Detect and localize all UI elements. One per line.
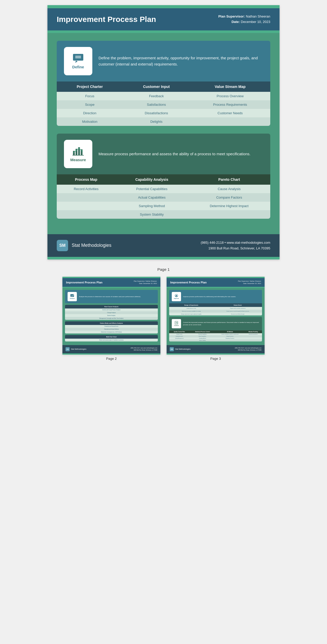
cell: Potential Capabilities bbox=[116, 185, 188, 193]
thumb2-title: Improvement Process Plan bbox=[66, 281, 102, 284]
thumb2-company: Stat Methodologies bbox=[71, 348, 86, 350]
define-description: Define the problem, improvement activity… bbox=[99, 55, 263, 67]
page2-label: Page 2 bbox=[106, 357, 117, 361]
date-label: Date: bbox=[232, 20, 240, 24]
define-label: Define bbox=[72, 65, 84, 69]
cell: Determine Consequences of All Failures bbox=[65, 331, 158, 333]
cell: Satisfactions bbox=[123, 100, 190, 109]
page3-thumbnail-wrap: Improvement Process Plan Plan Supervisor… bbox=[167, 277, 265, 361]
control-section: Control Control the improved process and… bbox=[169, 317, 262, 341]
thumb3-meta: Plan Supervisor: Nathan Sheeran Date: De… bbox=[238, 280, 261, 285]
root-cause-section: Root Cause Analysis Events and Causal Fa… bbox=[65, 305, 158, 320]
table-row: Change Analysis bbox=[65, 311, 158, 314]
table-row: System Stability bbox=[169, 339, 262, 341]
control-table: Quality Control Plan Statistical Process… bbox=[169, 330, 262, 341]
header-meta: Plan Supervisor: Nathan Sheeran Date: De… bbox=[218, 14, 270, 25]
cell bbox=[215, 339, 244, 341]
control-col3: 5S Method bbox=[215, 330, 244, 333]
table-row: Detect and assess types of variation in … bbox=[65, 339, 158, 341]
table-row: Focus Feedback Process Overview bbox=[57, 92, 270, 100]
cell bbox=[244, 335, 262, 337]
thumb3-title: Improvement Process Plan bbox=[170, 281, 207, 284]
table-row: Quality Management Sampling Method Regul… bbox=[169, 337, 262, 339]
table-row: Design experiment to give optimized insi… bbox=[169, 313, 262, 315]
table-row: Scope Satisfactions Process Requirements bbox=[57, 100, 270, 109]
svg-rect-16 bbox=[175, 296, 178, 296]
measure-col3-header: Pareto Chart bbox=[188, 174, 270, 185]
control-col1: Quality Control Plan bbox=[169, 330, 190, 333]
cell: Potential and Actual Defects bbox=[65, 328, 158, 331]
cell: Determine procedures bbox=[244, 333, 262, 335]
table-row: Record Activities Potential Capabilities… bbox=[57, 185, 270, 193]
footer-address: 1900 Bull Run Road, Schriever, LA 70395 bbox=[208, 246, 270, 250]
root-cause-title: Root Cause Analysis bbox=[65, 305, 158, 308]
cell: System Stability bbox=[116, 210, 188, 219]
thumb2-meta: Plan Supervisor: Nathan Sheeran Date: De… bbox=[134, 280, 157, 285]
improve-section: Improve Improve process performance by a… bbox=[169, 290, 262, 315]
table-row: Motivation Delights bbox=[57, 117, 270, 126]
supervisor-label: Plan Supervisor: bbox=[218, 14, 245, 18]
multi-vari-title: Multi-Vari Chart bbox=[65, 335, 158, 339]
cell: Focus bbox=[57, 92, 123, 100]
cell: Dissatisfactions bbox=[123, 109, 190, 117]
control-col2: Statistical Process Control bbox=[190, 330, 216, 333]
improve-col1: Design of Experiments bbox=[169, 303, 213, 307]
analyze-label: Analyze bbox=[70, 298, 75, 299]
cell: Process Overview bbox=[190, 92, 270, 100]
measure-intro: Measure Measure process performance and … bbox=[57, 134, 270, 174]
control-label: Control bbox=[174, 325, 179, 326]
define-col2-header: Customer Input bbox=[123, 81, 190, 92]
cell: System Stability bbox=[190, 339, 216, 341]
define-col3-header: Value Stream Map bbox=[190, 81, 270, 92]
fmea-table: Potential and Actual Errors Potential an… bbox=[65, 325, 158, 333]
svg-rect-1 bbox=[73, 54, 83, 61]
thumb3-logo: SM bbox=[170, 347, 174, 351]
footer-phone: (985) 446-2118 bbox=[201, 241, 224, 244]
cell: Quality Control bbox=[169, 333, 190, 335]
cell: Actual Capabilities bbox=[116, 193, 188, 202]
cell: Compare Factors bbox=[188, 193, 270, 202]
footer-contact: (985) 446-2118 • www.stat-methodologies.… bbox=[201, 240, 270, 251]
cell: Potential and Actual Errors bbox=[65, 325, 158, 328]
measure-col2-header: Capability Analysis bbox=[116, 174, 188, 185]
improve-col2: Kaizen Event bbox=[213, 303, 262, 307]
cell: Sampling Method bbox=[116, 202, 188, 210]
cell bbox=[57, 202, 116, 210]
define-table: Project Charter Customer Input Value Str… bbox=[57, 81, 270, 126]
page-title: Improvement Process Plan bbox=[57, 15, 156, 24]
cell: Quality Management bbox=[169, 337, 190, 339]
table-row: Potential and Actual Defects bbox=[65, 328, 158, 331]
thumb2-contact: (985) 446-2118 • www.stat-methodologies.… bbox=[130, 347, 157, 351]
cell: Quality Assurance bbox=[169, 335, 190, 337]
page1-footer: SM Stat Methodologies (985) 446-2118 • w… bbox=[47, 234, 280, 257]
table-row: Quality Assurance Actual Capabilities Se… bbox=[169, 335, 262, 337]
define-icon-box: Define bbox=[64, 47, 92, 75]
thumb3-content: Improve Improve process performance by a… bbox=[167, 288, 265, 345]
thumb2-content: Analyze Analyze the process to determine… bbox=[62, 288, 160, 345]
fmea-title: Failure Mode and Effects Analysis bbox=[65, 321, 158, 325]
cell: Record Activities bbox=[57, 185, 116, 193]
cell bbox=[169, 339, 190, 341]
cell bbox=[244, 337, 262, 339]
measure-section: Measure Measure process performance and … bbox=[57, 134, 270, 219]
cell bbox=[190, 117, 270, 126]
table-row: Determine Consequences of All Failures bbox=[65, 331, 158, 333]
cell: Detect and assess types of variation in … bbox=[65, 339, 158, 341]
thumb3-footer: SM Stat Methodologies (985) 446-2118 • w… bbox=[167, 345, 265, 353]
svg-point-14 bbox=[73, 295, 74, 295]
page1: Improvement Process Plan Plan Supervisor… bbox=[47, 5, 280, 259]
control-description: Control the improved process and future … bbox=[183, 321, 259, 326]
thumb3-header: Improvement Process Plan Plan Supervisor… bbox=[167, 278, 265, 287]
table-row: Potential and Actual Errors bbox=[65, 325, 158, 328]
improve-label: Improve bbox=[174, 298, 179, 299]
measure-icon-box: Measure bbox=[64, 140, 92, 168]
control-intro: Control Control the improved process and… bbox=[169, 317, 262, 330]
cell: Create teams to work through the Kaizen … bbox=[213, 310, 262, 313]
cell: Regulatory Functions bbox=[215, 337, 244, 339]
improve-icon bbox=[174, 294, 179, 297]
improve-icon-box: Improve bbox=[172, 292, 181, 301]
bottom-bar bbox=[47, 257, 280, 259]
mid-bar bbox=[47, 30, 280, 33]
multi-vari-table: Detect and assess types of variation in … bbox=[65, 339, 158, 341]
thumb2-brand: SM Stat Methodologies bbox=[66, 347, 86, 351]
